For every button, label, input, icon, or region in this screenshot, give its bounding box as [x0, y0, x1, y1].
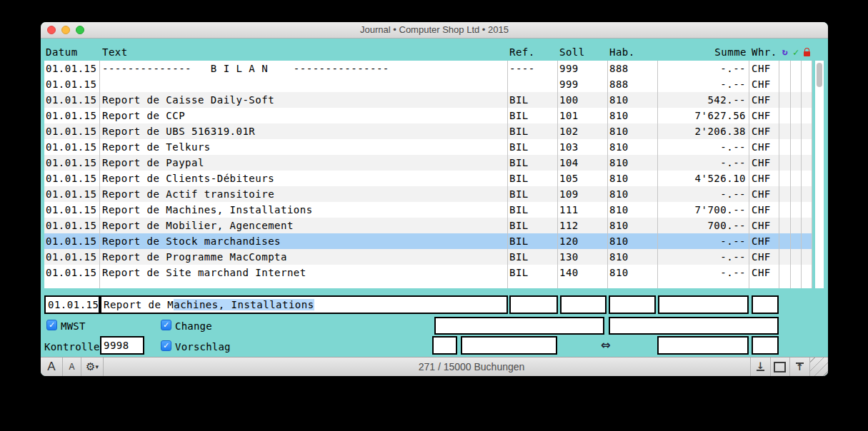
cell-whr: CHF	[749, 61, 779, 76]
header-status-col-2: ✓	[791, 44, 802, 61]
table-row[interactable]: 01.01.15Report de TelkursBIL103810-.--CH…	[44, 139, 812, 155]
cell-summe: -.--	[658, 155, 749, 171]
cell-datum: 01.01.15	[44, 92, 100, 108]
cell-s3	[802, 249, 812, 265]
cell-s3	[802, 61, 812, 76]
cell-summe: 7'627.56	[658, 108, 749, 123]
cell-soll: 130	[558, 249, 608, 265]
table-row[interactable]: 01.01.15999888-.--CHF	[44, 76, 812, 92]
cell-datum: 01.01.15	[44, 139, 100, 155]
go-to-bottom-button[interactable]: ↓	[750, 358, 771, 376]
cell-whr: CHF	[749, 171, 779, 186]
table-row[interactable]: 01.01.15Report de Programme MacComptaBIL…	[44, 249, 812, 265]
change-checkbox[interactable]: ✓	[161, 320, 171, 330]
cell-soll: 103	[558, 139, 608, 155]
gear-menu-button[interactable]: ⚙▾	[81, 358, 104, 376]
cell-soll: 120	[558, 233, 608, 249]
cell-text: Report de Programme MacCompta	[100, 249, 508, 265]
cell-whr	[749, 280, 779, 288]
cell-whr: CHF	[749, 202, 779, 218]
cell-summe: 542.--	[658, 92, 749, 108]
cell-s1	[779, 61, 791, 76]
vorschlag-checkbox[interactable]: ✓	[161, 340, 171, 351]
scrollbar-thumb[interactable]	[817, 63, 822, 87]
table-row[interactable]: 01.01.15Report de Clients-DébiteursBIL10…	[44, 171, 812, 186]
aux-field-6[interactable]	[752, 336, 779, 355]
cell-s1	[779, 265, 791, 280]
table-row[interactable]: 01.01.15Report de Actif transitoireBIL10…	[44, 186, 812, 202]
table-header: Datum Text Ref. Soll Hab. Summe Whr. ↻ ✓	[44, 39, 812, 61]
table-row[interactable]: 01.01.15Report de UBS 516319.01RBIL10281…	[44, 123, 812, 139]
cell-whr: CHF	[749, 233, 779, 249]
mwst-checkbox[interactable]: ✓	[46, 320, 57, 330]
aux-field-5[interactable]	[657, 336, 749, 355]
aux-field-3[interactable]	[432, 336, 457, 355]
mwst-label: MWST	[61, 320, 86, 332]
cell-s3	[802, 92, 812, 108]
cell-ref: BIL	[508, 186, 558, 202]
table-row[interactable]: 01.01.15Report de Caisse Daily-SoftBIL10…	[44, 92, 812, 108]
aux-field-2[interactable]	[609, 317, 779, 335]
cell-datum: 01.01.15	[44, 123, 100, 139]
resize-grip[interactable]	[809, 358, 828, 376]
cell-ref	[508, 280, 558, 288]
datum-field[interactable]: 01.01.15	[44, 295, 100, 314]
cell-summe: -.--	[658, 139, 749, 155]
header-hab: Hab.	[608, 44, 658, 61]
cell-summe: -.--	[658, 265, 749, 280]
cell-s1	[779, 92, 791, 108]
cell-s1	[779, 186, 791, 202]
cell-hab: 810	[608, 249, 658, 265]
cell-soll: 109	[558, 186, 608, 202]
table-row[interactable]: 01.01.15Report de Mobilier, AgencementBI…	[44, 218, 812, 233]
cell-s3	[802, 171, 812, 186]
soll-field[interactable]	[560, 295, 607, 314]
table-row[interactable]: 01.01.15Report de Site marchand Internet…	[44, 265, 812, 280]
cell-s1	[779, 249, 791, 265]
swap-arrow-icon[interactable]: ⇔	[601, 338, 610, 352]
aux-field-4[interactable]	[461, 336, 557, 355]
go-to-top-button[interactable]: ↑	[790, 358, 810, 376]
cell-whr: CHF	[749, 123, 779, 139]
table-row[interactable]: 01.01.15Report de PaypalBIL104810-.--CHF	[44, 155, 812, 171]
cell-soll: 140	[558, 265, 608, 280]
font-larger-label: A	[47, 360, 55, 374]
cell-s2	[791, 218, 802, 233]
cell-s2	[791, 139, 802, 155]
kontrolle-field[interactable]: 9998	[100, 336, 144, 355]
hab-field[interactable]	[609, 295, 656, 314]
cell-summe: -.--	[658, 61, 749, 76]
cell-whr: CHF	[749, 139, 779, 155]
table-row[interactable]: 01.01.15-------------- B I L A N -------…	[44, 61, 812, 76]
vertical-scrollbar[interactable]	[815, 61, 824, 288]
title-bar[interactable]: Journal • Computer Shop Ltd • 2015	[41, 22, 828, 39]
font-smaller-button[interactable]: A	[63, 358, 81, 376]
full-view-button[interactable]	[770, 358, 790, 376]
cell-summe: 4'526.10	[658, 171, 749, 186]
cell-datum: 01.01.15	[44, 61, 100, 76]
cell-whr: CHF	[749, 76, 779, 92]
cell-whr: CHF	[749, 186, 779, 202]
ref-field[interactable]	[509, 295, 558, 314]
cell-ref: BIL	[508, 233, 558, 249]
header-whr: Whr.	[749, 44, 779, 61]
cell-text: Report de Mobilier, Agencement	[100, 218, 508, 233]
gear-icon: ⚙	[86, 360, 95, 373]
header-status-col-3	[802, 44, 812, 61]
cell-hab: 810	[608, 202, 658, 218]
table-row[interactable]: 01.01.15Report de Stock marchandisesBIL1…	[44, 233, 812, 249]
text-field[interactable]: Report de Machines, Installations	[100, 295, 508, 314]
cell-datum: 01.01.15	[44, 233, 100, 249]
cell-s2	[791, 265, 802, 280]
table-row[interactable]: 01.01.15Report de Machines, Installation…	[44, 202, 812, 218]
cell-summe: -.--	[658, 76, 749, 92]
journal-window: Journal • Computer Shop Ltd • 2015 Datum…	[41, 22, 828, 376]
whr-field[interactable]	[752, 295, 779, 314]
summe-field[interactable]	[658, 295, 749, 314]
aux-field-1[interactable]	[434, 317, 604, 335]
table-row[interactable]: 01.01.15Report de CCPBIL1018107'627.56CH…	[44, 108, 812, 123]
cell-text: Report de Paypal	[100, 155, 508, 171]
cell-whr: CHF	[749, 108, 779, 123]
cell-summe: -.--	[658, 186, 749, 202]
font-larger-button[interactable]: A	[41, 358, 63, 376]
